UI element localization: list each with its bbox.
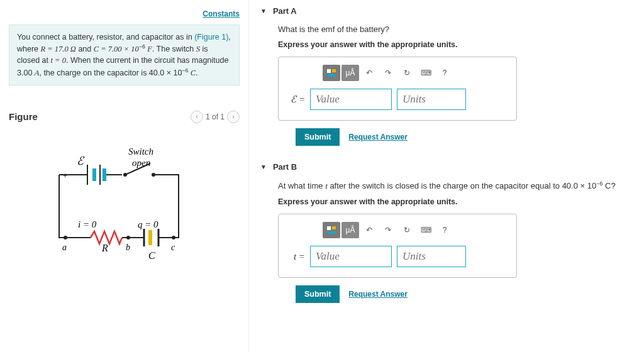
text: . (196, 69, 197, 77)
figure-pager: ‹ 1 of 1 › (191, 111, 240, 123)
text: C (189, 69, 196, 77)
part-a-answer-box: μÅ ↶ ↷ ↻ ⌨ ? ℰ = (278, 57, 517, 121)
part-b-title: Part B (273, 162, 297, 172)
emf-label: ℰ (77, 155, 85, 167)
i0-label: i = 0 (78, 219, 97, 229)
part-a-submit-button[interactable]: Submit (296, 128, 340, 146)
part-b-question: At what time t after the switch is close… (278, 180, 633, 191)
svg-rect-7 (148, 230, 152, 245)
svg-rect-15 (327, 226, 331, 230)
pager-prev-button[interactable]: ‹ (191, 111, 203, 123)
node-c: c (171, 243, 175, 252)
template-icon[interactable] (323, 65, 340, 81)
text: after the switch is closed is the charge… (328, 181, 596, 190)
node-b: b (126, 243, 130, 252)
redo-icon[interactable]: ↷ (379, 222, 397, 238)
text: , the charge on the capacitor is 40.0 × … (39, 69, 182, 77)
part-a-value-input[interactable] (310, 89, 392, 110)
part-a: ▼ Part A What is the emf of the battery?… (260, 6, 633, 146)
undo-icon[interactable]: ↶ (360, 222, 378, 238)
figure-link[interactable]: (Figure 1) (194, 33, 228, 41)
text: −6 (139, 43, 145, 50)
part-b-submit-button[interactable]: Submit (296, 285, 340, 303)
svg-point-11 (172, 236, 175, 239)
part-b-request-answer-link[interactable]: Request Answer (348, 290, 408, 299)
mu-a-button[interactable]: μÅ (341, 65, 359, 81)
help-icon[interactable]: ? (436, 222, 453, 238)
text: −6 (182, 67, 188, 74)
svg-rect-5 (103, 168, 106, 181)
svg-point-9 (64, 236, 67, 239)
keyboard-icon[interactable]: ⌨ (417, 65, 435, 81)
help-icon[interactable]: ? (436, 65, 453, 81)
switch-label: Switch (128, 146, 153, 157)
part-a-question: What is the emf of the battery? (278, 25, 633, 34)
text: You connect a battery, resistor, and cap… (17, 33, 192, 41)
collapse-icon[interactable]: ▼ (260, 163, 267, 170)
pager-text: 1 of 1 (206, 113, 225, 121)
R-label: R (101, 243, 108, 253)
text: F (145, 45, 152, 53)
constants-link[interactable]: Constants (203, 9, 240, 18)
redo-icon[interactable]: ↷ (379, 65, 397, 81)
part-a-request-answer-link[interactable]: Request Answer (348, 133, 408, 141)
part-b: ▼ Part B At what time t after the switch… (260, 162, 633, 303)
open-label: open (132, 158, 150, 168)
svg-rect-13 (332, 69, 336, 72)
text: and (76, 45, 94, 53)
svg-rect-14 (327, 74, 336, 77)
svg-rect-16 (332, 226, 336, 229)
part-a-title: Part A (273, 6, 297, 16)
part-b-units-input[interactable] (397, 246, 466, 267)
keyboard-icon[interactable]: ⌨ (417, 222, 435, 238)
svg-rect-3 (92, 168, 96, 181)
text: At what time (278, 181, 325, 190)
part-b-var: t = (287, 251, 305, 262)
reset-icon[interactable]: ↻ (398, 222, 416, 238)
text: R = 17.0 Ω (41, 45, 76, 53)
text: C? (602, 181, 615, 190)
svg-point-10 (126, 236, 130, 239)
template-icon[interactable] (323, 222, 340, 238)
mu-a-button[interactable]: μÅ (341, 222, 359, 238)
text: . The switch (152, 45, 196, 53)
C-label: C (148, 250, 155, 261)
text: C = 7.00 × 10 (94, 45, 139, 53)
svg-point-0 (123, 173, 127, 177)
svg-rect-12 (327, 69, 331, 73)
node-a: a (62, 243, 67, 252)
part-a-var: ℰ = (287, 94, 305, 105)
svg-rect-17 (327, 231, 336, 234)
text: t = 0 (51, 56, 66, 65)
pager-next-button[interactable]: › (227, 111, 240, 123)
part-a-units-input[interactable] (397, 89, 466, 110)
undo-icon[interactable]: ↶ (360, 65, 378, 81)
part-b-value-input[interactable] (310, 246, 392, 267)
part-b-instruct: Express your answer with the appropriate… (278, 197, 633, 206)
part-b-answer-box: μÅ ↶ ↷ ↻ ⌨ ? t = (278, 214, 517, 278)
part-a-instruct: Express your answer with the appropriate… (278, 40, 633, 49)
plus-label: + (63, 171, 67, 180)
text: −6 (596, 180, 602, 187)
q0-label: q = 0 (138, 219, 158, 229)
reset-icon[interactable]: ↻ (398, 65, 416, 81)
figure-heading: Figure (9, 111, 38, 122)
circuit-figure: ℰ + Switch open i = 0 q = 0 a b c R C (9, 131, 240, 271)
collapse-icon[interactable]: ▼ (260, 8, 267, 14)
problem-statement: You connect a battery, resistor, and cap… (9, 25, 240, 85)
